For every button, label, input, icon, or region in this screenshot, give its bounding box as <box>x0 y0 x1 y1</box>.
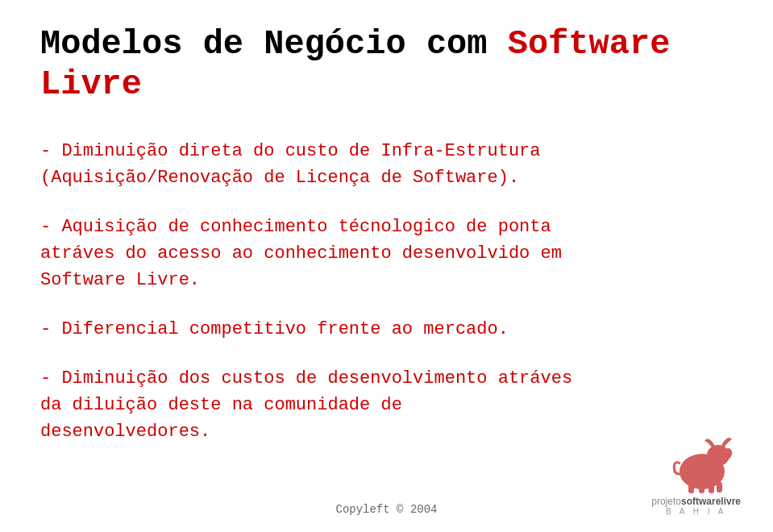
svg-rect-6 <box>709 484 714 493</box>
logo-area: projetosoftwarelivre B A H I A <box>651 431 741 516</box>
logo-icon <box>660 431 733 496</box>
main-title: Modelos de Negócio com Software Livre <box>40 24 733 106</box>
logo-bahia: B A H I A <box>651 507 741 516</box>
bullet-text-2: - Aquisição de conhecimento técnologico … <box>40 214 733 293</box>
copyleft-text: Copyleft © 2004 <box>335 503 437 516</box>
bullet-4: - Diminuição dos custos de desenvolvimen… <box>40 365 733 445</box>
svg-rect-2 <box>707 451 719 468</box>
svg-rect-5 <box>699 484 704 493</box>
bullet-3: - Diferencial competitivo frente ao merc… <box>40 316 733 343</box>
svg-rect-4 <box>688 484 694 493</box>
page-container: Modelos de Negócio com Software Livre - … <box>0 0 773 532</box>
logo-softwarelivre: softwarelivre <box>681 496 741 507</box>
bullet-text-4: - Diminuição dos custos de desenvolvimen… <box>40 365 733 445</box>
bullet-2: - Aquisição de conhecimento técnologico … <box>40 214 733 293</box>
logo-text-area: projetosoftwarelivre B A H I A <box>651 496 741 516</box>
svg-rect-7 <box>717 482 722 493</box>
bullet-text-1: - Diminuição direta do custo de Infra-Es… <box>40 138 733 191</box>
title-area: Modelos de Negócio com Software Livre <box>40 24 733 106</box>
logo-projeto: projeto <box>651 496 681 507</box>
bullet-text-3: - Diferencial competitivo frente ao merc… <box>40 316 733 343</box>
bullet-1: - Diminuição direta do custo de Infra-Es… <box>40 138 733 191</box>
title-part1: Modelos de Negócio com <box>40 25 508 64</box>
